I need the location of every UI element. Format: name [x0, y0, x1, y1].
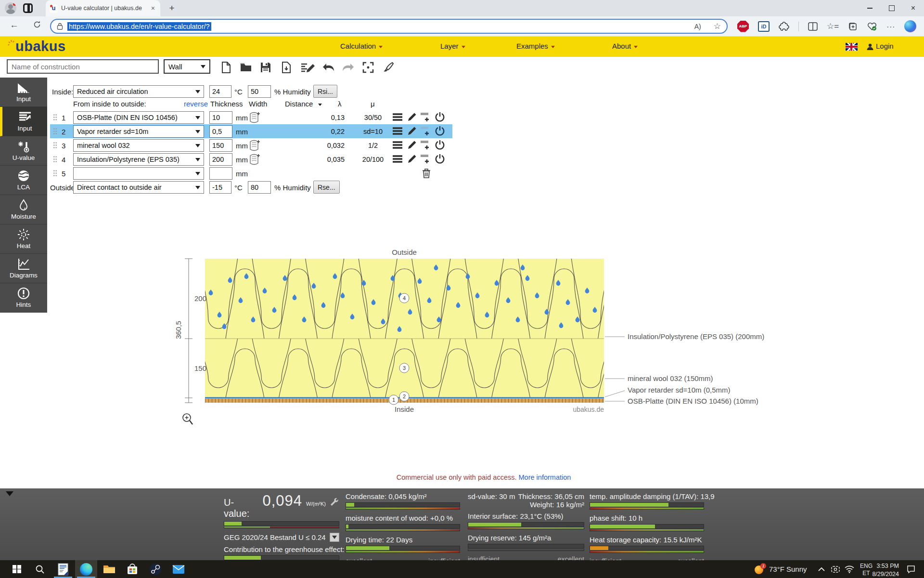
label-mineral-wool[interactable]: mineral wool 032 (150mm) — [628, 374, 713, 382]
redo-icon[interactable] — [341, 60, 355, 75]
add-layer-icon[interactable] — [420, 153, 431, 165]
drag-handle[interactable] — [53, 128, 57, 135]
rsi-button[interactable]: Rsi... — [313, 85, 337, 98]
taskbar-store-icon[interactable] — [121, 560, 143, 578]
layer-menu-icon[interactable] — [392, 153, 403, 165]
favorites-list-icon[interactable]: ☆= — [827, 21, 839, 31]
add-layer-icon[interactable] — [420, 111, 431, 123]
drag-handle[interactable] — [53, 170, 57, 177]
weather-widget[interactable]: 1 73°F Sunny — [755, 560, 807, 578]
label-vapor-retarder[interactable]: Vapor retarder sd=10m (0,5mm) — [628, 386, 731, 394]
inside-humidity-input[interactable] — [248, 85, 271, 98]
sidebar-item-hints[interactable]: Hints — [0, 283, 47, 313]
taskbar-edge-icon[interactable] — [75, 560, 97, 578]
edit-signature-icon[interactable] — [300, 60, 315, 75]
menu-calculation[interactable]: Calculation — [340, 42, 383, 50]
add-layer-icon[interactable] — [420, 125, 431, 137]
window-close-button[interactable]: × — [902, 0, 924, 16]
reverse-link[interactable]: reverse — [184, 100, 208, 108]
sidebar-item-heat[interactable]: Heat — [0, 224, 47, 254]
outside-condition-select[interactable]: Direct contact to outside air — [73, 181, 204, 194]
tray-wifi-icon[interactable] — [845, 560, 854, 578]
sidebar-item-input-layers[interactable]: Input — [0, 107, 47, 136]
sidebar-item-u-value[interactable]: U-value — [0, 136, 47, 166]
adblock-extension-icon[interactable]: ABP — [737, 21, 749, 32]
favorite-star-icon[interactable]: ☆ — [714, 21, 721, 31]
drag-handle[interactable] — [53, 114, 57, 121]
login-button[interactable]: Login — [876, 42, 894, 50]
layer1-material-select[interactable]: OSB-Platte (DIN EN ISO 10456) — [73, 111, 204, 124]
tray-clock[interactable]: 3:53 PM8/29/2024 — [869, 560, 899, 578]
add-layer-icon[interactable] — [420, 139, 431, 151]
outside-humidity-input[interactable] — [248, 181, 271, 194]
settings-menu-icon[interactable]: ··· — [886, 22, 895, 30]
wall-construction-canvas[interactable]: Outside 1234 200 150 360,5 Insulation/Po… — [173, 248, 770, 427]
edit-layer-icon[interactable] — [406, 111, 418, 123]
drag-handle[interactable] — [53, 156, 57, 163]
taskbar-mail-icon[interactable] — [167, 560, 190, 578]
uvalue-settings-wrench-icon[interactable] — [330, 496, 339, 506]
rse-button[interactable]: Rse... — [313, 181, 340, 194]
url-field[interactable]: https://www.ubakus.de/en/r-value-calcula… — [50, 19, 728, 34]
delete-layer-icon[interactable] — [421, 168, 432, 179]
new-document-icon[interactable] — [219, 60, 233, 75]
construction-name-input[interactable] — [7, 59, 159, 74]
copilot-icon[interactable] — [904, 20, 916, 32]
layer-width-icon[interactable] — [249, 153, 261, 165]
more-information-link[interactable]: More information — [519, 473, 571, 481]
open-folder-icon[interactable] — [239, 60, 253, 75]
profile-avatar[interactable] — [5, 2, 16, 14]
toggle-layer-icon[interactable] — [434, 139, 446, 151]
fullscreen-icon[interactable] — [361, 60, 375, 75]
read-aloud-icon[interactable]: A) — [694, 23, 701, 30]
tray-overflow-chevron[interactable] — [818, 560, 825, 578]
menu-about[interactable]: About — [612, 42, 638, 50]
start-button[interactable] — [6, 560, 28, 578]
drag-handle[interactable] — [53, 142, 57, 149]
layer-width-icon[interactable] — [249, 139, 261, 151]
layer5-material-select[interactable] — [73, 167, 204, 180]
sidebar-item-lca[interactable]: LCA — [0, 166, 47, 195]
toggle-layer-icon[interactable] — [434, 111, 446, 123]
inside-condition-select[interactable]: Reduced air circulation — [73, 85, 204, 98]
sidebar-item-input-geometry[interactable]: Input — [0, 78, 47, 107]
col-distance[interactable]: Distance — [285, 100, 322, 108]
layer2-material-select[interactable]: Vapor retarder sd=10m — [73, 125, 204, 138]
clear-brush-icon[interactable] — [381, 60, 396, 75]
label-eps[interactable]: Insulation/Polystyrene (EPS 035) (200mm) — [628, 332, 764, 341]
new-tab-button[interactable]: + — [166, 3, 178, 14]
construction-type-select[interactable]: Wall — [164, 59, 210, 74]
layer4-thickness-input[interactable] — [209, 153, 232, 166]
collections-icon[interactable] — [848, 22, 858, 31]
browser-essentials-icon[interactable] — [867, 22, 877, 31]
taskbar-explorer-icon[interactable] — [98, 560, 120, 578]
language-flag-icon[interactable] — [846, 43, 858, 51]
collapse-panel-icon[interactable] — [6, 491, 13, 496]
workspace-icon[interactable] — [23, 3, 33, 13]
inside-temp-input[interactable] — [209, 85, 231, 98]
layer3-thickness-input[interactable] — [209, 139, 232, 152]
menu-examples[interactable]: Examples — [516, 42, 555, 50]
tab-close-icon[interactable]: × — [150, 4, 156, 12]
geg-standard-select[interactable]: GEG 2020/24 Bestand U ≤ 0.24 — [224, 533, 326, 541]
edit-layer-icon[interactable] — [406, 125, 418, 137]
sidebar-item-moisture[interactable]: Moisture — [0, 195, 47, 224]
ubakus-logo[interactable]: ubakus — [8, 39, 66, 54]
toggle-layer-icon[interactable] — [434, 153, 446, 165]
edit-layer-icon[interactable] — [406, 153, 418, 165]
taskbar-search-icon[interactable] — [29, 560, 51, 578]
refresh-icon[interactable] — [33, 20, 41, 29]
outside-temp-input[interactable] — [209, 181, 231, 194]
split-screen-icon[interactable] — [808, 22, 818, 31]
layer-width-icon[interactable] — [249, 111, 261, 123]
sidebar-item-diagrams[interactable]: Diagrams — [0, 254, 47, 283]
url-text[interactable]: https://www.ubakus.de/en/r-value-calcula… — [67, 22, 211, 31]
tray-notification-icon[interactable] — [907, 560, 915, 578]
save-icon[interactable] — [258, 60, 273, 75]
menu-layer[interactable]: Layer — [440, 42, 465, 50]
window-maximize-button[interactable] — [881, 0, 902, 16]
tray-meet-now-icon[interactable] — [831, 560, 840, 578]
id-extension-icon[interactable]: iD — [758, 21, 770, 32]
back-icon[interactable]: ← — [10, 20, 19, 30]
label-osb[interactable]: OSB-Platte (DIN EN ISO 10456) (10mm) — [628, 397, 758, 405]
